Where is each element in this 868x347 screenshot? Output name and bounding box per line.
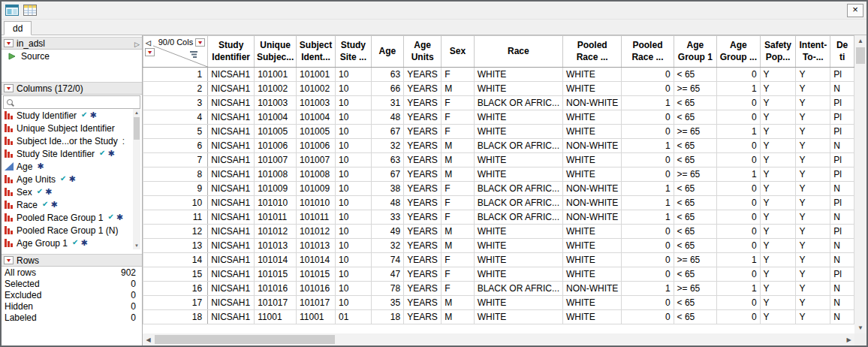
cell[interactable]: YEARS — [404, 196, 442, 210]
cell[interactable]: < 65 — [674, 182, 717, 196]
column-header[interactable]: Age — [371, 36, 404, 68]
cell[interactable]: < 65 — [674, 68, 717, 82]
cell[interactable]: NICSAH1 — [208, 167, 255, 182]
cell[interactable]: 101001 — [255, 68, 297, 82]
cell[interactable]: YEARS — [404, 253, 442, 267]
cell[interactable]: BLACK OR AFRIC... — [474, 196, 562, 210]
cell[interactable]: WHITE — [474, 68, 562, 82]
cell[interactable]: 0 — [717, 96, 761, 110]
cell[interactable]: 1 — [622, 96, 674, 110]
cell[interactable]: NICSAH1 — [208, 253, 255, 267]
cell[interactable]: WHITE — [474, 225, 562, 239]
cell[interactable]: 1 — [622, 182, 674, 196]
cell[interactable]: 101007 — [297, 153, 336, 167]
cell[interactable]: Y — [796, 182, 830, 196]
column-search-input[interactable] — [17, 97, 137, 107]
cell[interactable]: BLACK OR AFRIC... — [474, 139, 562, 153]
column-item[interactable]: Subject Ide...or the Study: — [3, 134, 132, 147]
column-header[interactable]: Pooled Race ... — [622, 36, 674, 68]
cell[interactable]: 0 — [622, 82, 674, 96]
row-number[interactable]: 15 — [143, 267, 208, 282]
cell[interactable]: Y — [796, 210, 830, 225]
source-item[interactable]: Source — [2, 50, 142, 63]
cell[interactable]: 10 — [335, 239, 371, 253]
cell[interactable]: 10 — [335, 210, 371, 225]
cell[interactable]: < 65 — [674, 96, 717, 110]
cell[interactable]: < 65 — [674, 239, 717, 253]
cell[interactable]: YEARS — [404, 282, 442, 296]
column-header[interactable]: Age Units — [404, 36, 442, 68]
cell[interactable]: 101015 — [297, 267, 336, 282]
cell[interactable]: NICSAH1 — [208, 210, 255, 225]
column-header[interactable]: Intent- To-... — [796, 36, 830, 68]
cell[interactable]: Y — [796, 282, 830, 296]
cell[interactable]: Pl — [830, 96, 854, 110]
column-header[interactable]: Study Identifier — [208, 36, 255, 68]
cell[interactable]: M — [442, 82, 474, 96]
cell[interactable]: 10 — [335, 253, 371, 267]
cell[interactable]: 101009 — [255, 182, 297, 196]
cell[interactable]: M — [442, 153, 474, 167]
cell[interactable]: 1 — [622, 282, 674, 296]
cell[interactable]: 101004 — [297, 110, 336, 125]
cell[interactable]: BLACK OR AFRIC... — [474, 282, 562, 296]
column-item[interactable]: Pooled Race Group 1 (N) — [3, 224, 132, 237]
cell[interactable]: 10 — [335, 82, 371, 96]
column-item[interactable]: Pooled Race Group 1✔✱ — [3, 211, 132, 224]
row-number[interactable]: 18 — [143, 310, 208, 324]
cell[interactable]: 0 — [717, 267, 761, 282]
cell[interactable]: Y — [760, 296, 796, 310]
cell[interactable]: F — [442, 253, 474, 267]
cell[interactable]: WHITE — [563, 225, 622, 239]
cell[interactable]: YEARS — [404, 310, 442, 324]
cell[interactable]: 0 — [622, 68, 674, 82]
row-number[interactable]: 11 — [143, 210, 208, 225]
cell[interactable]: WHITE — [474, 125, 562, 139]
column-header[interactable]: Pooled Race ... — [563, 36, 622, 68]
vertical-scrollbar[interactable] — [854, 35, 866, 333]
cell[interactable]: 101003 — [297, 96, 336, 110]
cell[interactable]: 10 — [335, 96, 371, 110]
cell[interactable]: 10 — [335, 153, 371, 167]
column-item[interactable]: Age Units✔✱ — [3, 173, 132, 186]
cell[interactable]: YEARS — [404, 225, 442, 239]
cell[interactable]: 49 — [371, 225, 404, 239]
cell[interactable]: NICSAH1 — [208, 196, 255, 210]
cell[interactable]: NICSAH1 — [208, 96, 255, 110]
cell[interactable]: WHITE — [563, 167, 622, 182]
cell[interactable]: < 65 — [674, 110, 717, 125]
cell[interactable]: >= 65 — [674, 167, 717, 182]
cell[interactable]: Y — [760, 82, 796, 96]
cell[interactable]: 10 — [335, 267, 371, 282]
cell[interactable]: 1 — [717, 125, 761, 139]
cell[interactable]: 48 — [371, 196, 404, 210]
cell[interactable]: WHITE — [563, 153, 622, 167]
cell[interactable]: NICSAH1 — [208, 110, 255, 125]
vertical-scroll-thumb[interactable] — [856, 47, 865, 64]
cell[interactable]: 1 — [622, 139, 674, 153]
cell[interactable]: 101016 — [297, 282, 336, 296]
cell[interactable]: 74 — [371, 253, 404, 267]
cell[interactable]: F — [442, 196, 474, 210]
cell[interactable]: Y — [760, 167, 796, 182]
cell[interactable]: 1 — [717, 82, 761, 96]
column-header[interactable]: De ti — [830, 36, 854, 68]
rows-stat-item[interactable]: Labeled0 — [2, 312, 142, 323]
cell[interactable]: YEARS — [404, 182, 442, 196]
columns-scroll-thumb[interactable] — [134, 117, 140, 140]
column-item[interactable]: Study Site Identifier✔✱ — [3, 147, 132, 160]
cell[interactable]: >= 65 — [674, 125, 717, 139]
cell[interactable]: < 65 — [674, 196, 717, 210]
cell[interactable]: Pl — [830, 225, 854, 239]
cell[interactable]: 101006 — [297, 139, 336, 153]
cell[interactable]: BLACK OR AFRIC... — [474, 182, 562, 196]
cell[interactable]: 101013 — [255, 239, 297, 253]
red-triangle-menu-icon[interactable] — [4, 256, 14, 264]
cell[interactable]: 1 — [622, 196, 674, 210]
cell[interactable]: 101010 — [297, 196, 336, 210]
cell[interactable]: 101005 — [297, 125, 336, 139]
cell[interactable]: 31 — [371, 96, 404, 110]
cell[interactable]: WHITE — [563, 267, 622, 282]
tab-dd[interactable]: dd — [4, 21, 32, 35]
cell[interactable]: Y — [796, 196, 830, 210]
